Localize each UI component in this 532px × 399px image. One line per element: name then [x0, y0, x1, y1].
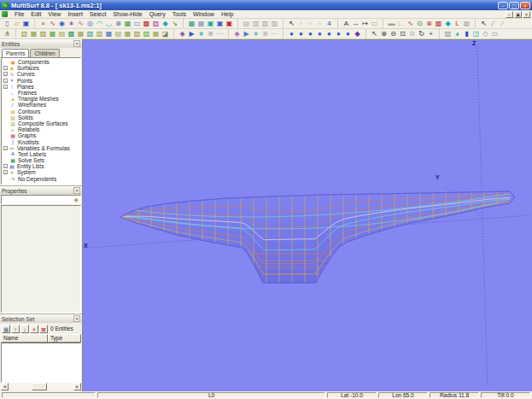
clear-selection-icon[interactable]: ⊠ — [39, 325, 48, 333]
tree-item-text-labels[interactable]: AText Labels — [3, 151, 80, 157]
display-shaded-icon[interactable]: ◕ — [453, 29, 462, 38]
expander-icon[interactable]: + — [3, 66, 8, 70]
entities-close-icon[interactable]: × — [73, 40, 80, 47]
menu-help[interactable]: Help — [218, 10, 237, 19]
select-pointer-icon[interactable]: ↖ — [287, 19, 296, 28]
insert-star-icon[interactable]: ⊛ — [114, 19, 123, 28]
tree-item-system[interactable]: +∗System — [3, 169, 80, 175]
tab-parents[interactable]: Parents — [2, 49, 29, 57]
tree-item-wireframes[interactable]: ∕Wireframes — [3, 102, 80, 108]
open-file-icon[interactable]: ▱ — [12, 19, 21, 28]
selection-list[interactable] — [1, 343, 81, 383]
menu-insert[interactable]: Insert — [64, 10, 86, 19]
expander-icon[interactable]: + — [3, 170, 8, 174]
insert-point-icon[interactable]: × — [38, 19, 48, 28]
scroll-track[interactable] — [9, 383, 73, 390]
select-box-1-icon[interactable]: ▫ — [296, 19, 306, 28]
expand-view-icon[interactable]: + — [426, 29, 436, 38]
view-oval-3-icon[interactable]: ● — [306, 29, 315, 38]
menu-tools[interactable]: Tools — [169, 10, 190, 19]
surface-type-4-icon[interactable]: ▦ — [48, 29, 57, 38]
view-window-1-icon[interactable]: ▦ — [187, 19, 196, 28]
scroll-left-icon[interactable]: ◄ — [1, 383, 9, 390]
surface-type-1-icon[interactable]: ▧ — [20, 29, 29, 38]
tree-item-curves[interactable]: +∿Curves — [3, 71, 80, 77]
tree-item-solids[interactable]: ▧Solids — [3, 114, 80, 120]
tree-item-solve-sets[interactable]: ▦Solve Sets — [3, 157, 80, 163]
arrange-2-icon[interactable]: ▥ — [251, 19, 260, 28]
expander-icon[interactable]: + — [3, 85, 8, 89]
hide-dots-icon[interactable]: ⋯ — [270, 29, 279, 38]
view-oval-2-icon[interactable]: ● — [296, 29, 306, 38]
maximize-button[interactable]: ▢ — [509, 2, 519, 9]
zoom-disabled-icon[interactable]: ⊙ — [407, 29, 417, 38]
scroll-thumb[interactable] — [32, 383, 47, 390]
geodesic-icon[interactable]: G — [415, 19, 424, 28]
arrange-1-icon[interactable]: ▤ — [242, 19, 251, 28]
surface-type-7-icon[interactable]: ▦ — [76, 29, 85, 38]
save-file-icon[interactable]: ▣ — [21, 19, 31, 28]
refresh-view-icon[interactable]: ↻ — [417, 29, 426, 38]
surface-type-5-icon[interactable]: ▤ — [57, 29, 67, 38]
arrow-map-icon[interactable]: ↦ — [360, 19, 370, 28]
insert-snake-icon[interactable]: ∿ — [76, 19, 85, 28]
view-window-4-icon[interactable]: ▣ — [215, 19, 225, 28]
zoom-in-icon[interactable]: ⊕ — [379, 29, 389, 38]
minimize-button[interactable]: ‒ — [498, 2, 508, 9]
show-marker-icon[interactable]: ◈ — [178, 29, 187, 38]
insert-arrow-icon[interactable]: ↘ — [170, 19, 179, 28]
expander-icon[interactable]: + — [3, 164, 8, 168]
selection-grid-icon[interactable]: ▦ — [2, 325, 10, 333]
column-header-type[interactable]: Type — [48, 334, 81, 343]
insert-grid-red-icon[interactable]: ▩ — [142, 19, 151, 28]
tree-item-no-dependents[interactable]: ↷No Dependents — [3, 176, 80, 182]
arrange-3-icon[interactable]: ▧ — [260, 19, 270, 28]
check-mark-icon[interactable]: ∟ — [396, 19, 406, 28]
view-oval-7-icon[interactable]: ● — [343, 29, 353, 38]
view-pent-icon[interactable]: ◆ — [353, 29, 362, 38]
display-note-icon[interactable]: ▭ — [490, 29, 500, 38]
solid-block-icon[interactable]: ▬ — [387, 19, 396, 28]
properties-options-icon[interactable]: ◈ — [74, 197, 79, 203]
properties-close-icon[interactable]: × — [73, 187, 80, 194]
curvature-icon[interactable]: ∿ — [406, 19, 415, 28]
display-solid-icon[interactable]: ▮ — [462, 29, 471, 38]
menu-edit[interactable]: Edit — [27, 10, 44, 19]
selection-hscrollbar[interactable]: ◄ ► — [1, 383, 81, 390]
zoom-out-icon[interactable]: ⊖ — [389, 29, 398, 38]
insert-magnet-icon[interactable]: ∗ — [67, 19, 76, 28]
grid-plain-icon[interactable]: ▦ — [462, 19, 471, 28]
3d-viewport[interactable]: X Y Z — [83, 39, 532, 391]
hide-star-icon[interactable]: ∗ — [251, 29, 260, 38]
arrange-4-icon[interactable]: ▨ — [270, 19, 279, 28]
pen-gray-icon[interactable]: ∕ — [498, 19, 507, 28]
tree-item-surfaces[interactable]: +◆Surfaces — [3, 65, 80, 71]
zoom-pointer-icon[interactable]: ↖ — [370, 29, 379, 38]
menu-show-hide[interactable]: Show-Hide — [109, 10, 145, 19]
insert-ring-icon[interactable]: ◎ — [85, 19, 95, 28]
tree-item-triangle-meshes[interactable]: ▲Triangle Meshes — [3, 96, 80, 102]
select-count-icon[interactable]: 4 — [324, 19, 334, 28]
view-oval-5-icon[interactable]: ● — [324, 29, 334, 38]
insert-plane-icon[interactable]: ▭ — [132, 19, 142, 28]
surface-type-11-icon[interactable]: ▤ — [114, 29, 123, 38]
show-play-icon[interactable]: ▶ — [187, 29, 196, 38]
pen-teal-icon[interactable]: ∕ — [488, 19, 498, 28]
tree-item-composite-surfaces[interactable]: ▨Composite Surfaces — [3, 120, 80, 126]
select-box-3-icon[interactable]: ▫ — [315, 19, 324, 28]
insert-grid-magenta-icon[interactable]: ▨ — [151, 19, 161, 28]
insert-curve-icon[interactable]: ∿ — [48, 19, 57, 28]
show-dots-icon[interactable]: ⋯ — [215, 29, 225, 38]
tree-item-relabels[interactable]: ⌐Relabels — [3, 126, 80, 132]
surface-type-10-icon[interactable]: ▦ — [104, 29, 114, 38]
surface-type-13-icon[interactable]: ▧ — [132, 29, 142, 38]
new-file-icon[interactable]: ▯ — [3, 19, 12, 28]
view-oval-1-icon[interactable]: ● — [287, 29, 296, 38]
mesh-grid-icon[interactable]: ▩ — [434, 19, 443, 28]
menu-query[interactable]: Query — [146, 10, 169, 19]
insert-mesh-icon[interactable]: ▦ — [123, 19, 132, 28]
surface-type-9-icon[interactable]: ▨ — [95, 29, 104, 38]
select-box-2-icon[interactable]: ▫ — [306, 19, 315, 28]
show-star-icon[interactable]: ∗ — [196, 29, 206, 38]
insert-diamond-icon[interactable]: ◆ — [161, 19, 170, 28]
